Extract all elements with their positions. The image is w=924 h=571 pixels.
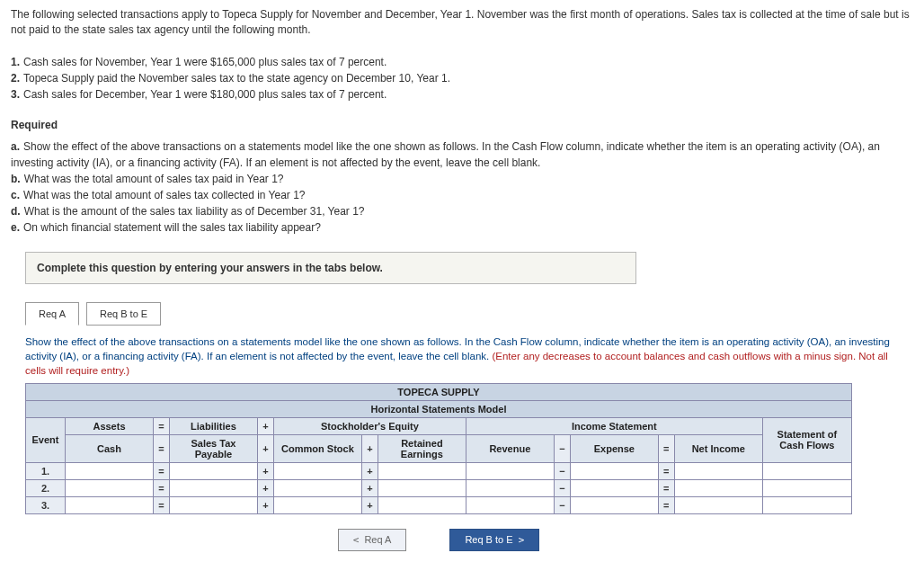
input-cash[interactable] <box>69 500 149 511</box>
col-liabilities: Liabilities <box>169 417 257 434</box>
statements-model-table: TOPECA SUPPLY Horizontal Statements Mode… <box>25 383 852 514</box>
next-button[interactable]: Req B to E > <box>449 529 539 551</box>
op-equals: = <box>153 417 169 434</box>
input-expense[interactable] <box>574 500 654 511</box>
required-heading: Required <box>11 119 913 131</box>
op-minus: − <box>554 434 570 462</box>
input-salestax[interactable] <box>173 483 253 494</box>
tab-req-b-to-e[interactable]: Req B to E <box>86 302 161 326</box>
col-retained-earnings: Retained Earnings <box>378 434 466 462</box>
col-sales-tax-payable: Sales Tax Payable <box>169 434 257 462</box>
input-netincome[interactable] <box>679 500 759 511</box>
col-assets: Assets <box>66 417 154 434</box>
input-common[interactable] <box>278 500 358 511</box>
input-expense[interactable] <box>574 466 654 477</box>
op-plus: + <box>257 417 273 434</box>
intro-text: The following selected transactions appl… <box>11 7 913 38</box>
tab-bar: Req A Req B to E <box>25 302 910 326</box>
col-cash: Cash <box>66 434 154 462</box>
event-num: 3. <box>26 496 66 513</box>
chevron-right-icon: > <box>519 534 525 546</box>
list-item: a.Show the effect of the above transacti… <box>11 138 913 171</box>
col-common-stock: Common Stock <box>273 434 361 462</box>
required-list: a.Show the effect of the above transacti… <box>11 138 913 236</box>
table-row: 2. = + + − = <box>26 479 852 496</box>
input-cashflow[interactable] <box>767 500 848 511</box>
tab-req-a[interactable]: Req A <box>25 302 79 326</box>
table-row: 1. = + + − = <box>26 462 852 479</box>
chevron-left-icon: < <box>353 534 360 546</box>
input-retained[interactable] <box>382 466 462 477</box>
col-income-statement: Income Statement <box>466 417 762 434</box>
col-revenue: Revenue <box>466 434 554 462</box>
numbered-list: 1.Cash sales for November, Year 1 were $… <box>11 54 913 103</box>
list-item: 3.Cash sales for December, Year 1 were $… <box>11 86 913 103</box>
col-cash-flows: Statement of Cash Flows <box>762 417 851 462</box>
complete-instruction: Complete this question by entering your … <box>25 252 636 284</box>
list-item: c.What was the total amount of sales tax… <box>11 187 913 203</box>
list-item: b.What was the total amount of sales tax… <box>11 171 913 187</box>
input-common[interactable] <box>278 466 358 477</box>
input-netincome[interactable] <box>679 466 759 477</box>
input-cash[interactable] <box>69 483 149 494</box>
col-expense: Expense <box>570 434 658 462</box>
table-subtitle: Horizontal Statements Model <box>26 400 852 417</box>
input-retained[interactable] <box>382 483 462 494</box>
input-common[interactable] <box>278 483 358 494</box>
input-revenue[interactable] <box>470 466 550 477</box>
input-retained[interactable] <box>382 500 462 511</box>
tab-instruction: Show the effect of the above transaction… <box>25 335 910 378</box>
input-netincome[interactable] <box>679 483 759 494</box>
event-num: 1. <box>26 462 66 479</box>
input-revenue[interactable] <box>470 500 550 511</box>
op-equals: = <box>153 434 169 462</box>
input-cashflow[interactable] <box>767 483 848 494</box>
input-salestax[interactable] <box>173 466 253 477</box>
nav-buttons: < Req A Req B to E > <box>25 529 852 551</box>
op-plus: + <box>361 434 378 462</box>
col-event: Event <box>26 417 66 462</box>
col-stockholders: Stockholder's Equity <box>273 417 466 434</box>
event-num: 2. <box>26 479 66 496</box>
input-salestax[interactable] <box>173 500 253 511</box>
list-item: 2.Topeca Supply paid the November sales … <box>11 70 913 86</box>
list-item: d.What is the amount of the sales tax li… <box>11 203 913 219</box>
list-item: 1.Cash sales for November, Year 1 were $… <box>11 54 913 70</box>
table-row: 3. = + + − = <box>26 496 852 513</box>
input-expense[interactable] <box>574 483 654 494</box>
op-plus: + <box>257 434 273 462</box>
input-cash[interactable] <box>69 466 149 477</box>
list-item: e.On which financial statement will the … <box>11 219 913 236</box>
op-equals: = <box>658 434 674 462</box>
col-net-income: Net Income <box>674 434 762 462</box>
table-company: TOPECA SUPPLY <box>26 383 852 400</box>
input-revenue[interactable] <box>470 483 550 494</box>
prev-button[interactable]: < Req A <box>338 529 407 551</box>
input-cashflow[interactable] <box>767 466 848 477</box>
